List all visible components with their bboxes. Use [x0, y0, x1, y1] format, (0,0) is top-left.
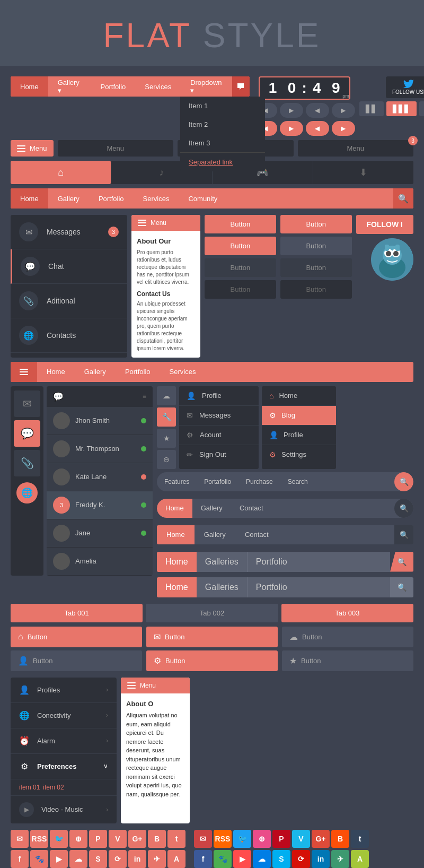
- ib-home-btn[interactable]: ⌂ Button: [11, 627, 142, 647]
- chat-item-2[interactable]: Mr. Thompson: [47, 435, 153, 463]
- nav-services[interactable]: Services: [135, 76, 181, 97]
- soc-linkedin-col[interactable]: in: [312, 850, 330, 868]
- snf-search-btn[interactable]: 🔍: [394, 525, 413, 544]
- icon-nav-download[interactable]: ⬇: [313, 161, 413, 184]
- chat-header-menu[interactable]: ≡: [143, 393, 146, 400]
- chat-item-1[interactable]: Jhon Smith: [47, 407, 153, 435]
- btn-darkest-1[interactable]: Button: [205, 280, 276, 299]
- btn-darker-2[interactable]: Button: [280, 258, 352, 277]
- btn-red-1[interactable]: Button: [205, 215, 276, 233]
- bottom-nav-gallery[interactable]: Gallery: [75, 362, 116, 382]
- icon-clip[interactable]: 📎: [14, 450, 40, 476]
- soc-gplus-col[interactable]: G+: [312, 830, 330, 848]
- soc-twitter-col[interactable]: 🐦: [233, 830, 251, 848]
- settings-profiles[interactable]: 👤 Profiles ›: [11, 678, 117, 703]
- chat-item-6[interactable]: Amelia: [47, 548, 153, 576]
- soc-dropbox-dark[interactable]: ☁: [69, 850, 87, 868]
- dd-separated-link[interactable]: Separated link: [180, 153, 265, 171]
- soc-mail-dark[interactable]: ✉: [11, 830, 29, 848]
- nav2-gallery[interactable]: Gallery: [48, 188, 89, 209]
- ib-cloud-btn[interactable]: ☁ Button: [282, 627, 413, 647]
- nav2-home[interactable]: Home: [11, 188, 48, 209]
- bottom-nav-portfolio[interactable]: Portfolio: [116, 362, 160, 382]
- icon-nav-home[interactable]: ⌂: [11, 161, 111, 184]
- nav2-search[interactable]: 🔍: [393, 188, 413, 209]
- btn-darkest-2[interactable]: Button: [280, 280, 352, 299]
- bottom-nav-home[interactable]: Home: [37, 362, 75, 382]
- btn-red-3[interactable]: Button: [205, 237, 276, 255]
- soc-android-col[interactable]: A: [351, 850, 369, 868]
- soc-blogger-dark[interactable]: B: [148, 830, 166, 848]
- sidebar-additional[interactable]: 📎 Aditional: [11, 284, 127, 318]
- soc-vimeo-dark[interactable]: V: [109, 830, 127, 848]
- soc-delicious-dark[interactable]: ✈: [148, 850, 166, 868]
- nav-gallery[interactable]: Gallery ▾: [48, 76, 91, 97]
- bottom-ham-btn[interactable]: [11, 362, 37, 382]
- features-item[interactable]: Features: [157, 472, 197, 491]
- portafolio-item[interactable]: Portafolio: [197, 472, 238, 491]
- soc-pinterest-col[interactable]: P: [272, 830, 290, 848]
- prof-menu-account[interactable]: ⚙ Acount: [179, 426, 259, 445]
- soc-rss-dark[interactable]: RSS: [30, 830, 48, 848]
- fn1-search[interactable]: 🔍: [390, 552, 413, 572]
- media-play-red[interactable]: ▶: [280, 121, 303, 136]
- soc-twitter-dark[interactable]: 🐦: [50, 830, 68, 848]
- fn2-home[interactable]: Home: [157, 577, 197, 597]
- prof-icon-minus[interactable]: ⊖: [157, 450, 176, 469]
- nav-portfolio[interactable]: Portfolio: [91, 76, 136, 97]
- btn-darker-1[interactable]: Button: [205, 258, 276, 277]
- soc-delicious-col[interactable]: ✈: [331, 850, 349, 868]
- hamburger-btn[interactable]: Menu: [11, 140, 54, 157]
- settings-video-music[interactable]: ▶ Video - Music ›: [11, 795, 117, 823]
- dd-item-2[interactable]: Item 2: [180, 115, 265, 134]
- soc-dribbble-dark[interactable]: ⊕: [69, 830, 87, 848]
- nav2-comunity[interactable]: Comunity: [179, 188, 227, 209]
- soc-fb-col[interactable]: f: [194, 850, 212, 868]
- tab-001[interactable]: Tab 001: [11, 604, 143, 622]
- prof-menu-messages[interactable]: ✉ Messages: [179, 406, 259, 426]
- sn1-search-btn[interactable]: 🔍: [394, 499, 413, 518]
- sub-item-02[interactable]: item 02: [43, 784, 64, 791]
- twitter-follow[interactable]: FOLLOW US!: [386, 76, 424, 98]
- fn1-home[interactable]: Home: [157, 552, 197, 572]
- soc-rss-col[interactable]: RSS: [214, 830, 232, 848]
- nav2-services[interactable]: Services: [134, 188, 179, 209]
- snf-contact[interactable]: Contact: [235, 525, 278, 544]
- soc-android-dark[interactable]: A: [167, 850, 186, 868]
- soc-lastfm-col[interactable]: ⟳: [292, 850, 310, 868]
- sn1-contact[interactable]: Contact: [231, 499, 272, 518]
- soc-linkedin-dark[interactable]: in: [128, 850, 146, 868]
- menu-btn-3[interactable]: Menu 3: [298, 140, 413, 157]
- soc-paw-col[interactable]: 🐾: [214, 850, 232, 868]
- chat-item-5[interactable]: Jane: [47, 519, 153, 548]
- view-list3[interactable]: ≡: [419, 101, 424, 116]
- fn2-portfolio[interactable]: Portfolio: [248, 577, 296, 597]
- dd-item-3[interactable]: Itrem 3: [180, 134, 265, 152]
- media-prev2[interactable]: ◀: [306, 103, 329, 118]
- tab-003[interactable]: Tab 003: [281, 604, 413, 622]
- media-play-red2[interactable]: ▶: [332, 121, 355, 136]
- settings-connectivity[interactable]: 🌐 Conectivity ›: [11, 703, 117, 728]
- purchase-item[interactable]: Purchase: [238, 472, 280, 491]
- settings-alarm[interactable]: ⏰ Alarm ›: [11, 728, 117, 754]
- btn-dark-1[interactable]: Button: [280, 237, 352, 255]
- soc-skype-dark[interactable]: S: [89, 850, 107, 868]
- soc-blogger-col[interactable]: B: [331, 830, 349, 848]
- fn1-galleries[interactable]: Galleries: [197, 552, 248, 572]
- media-play[interactable]: ▶: [280, 103, 303, 118]
- soc-tumblr-col[interactable]: t: [351, 830, 369, 848]
- ib-star-btn[interactable]: ★ Button: [282, 650, 413, 671]
- snf-home[interactable]: Home: [157, 525, 195, 544]
- soc-vimeo-col[interactable]: V: [292, 830, 310, 848]
- soc-tumblr-dark[interactable]: t: [167, 830, 186, 848]
- soc-skype-col[interactable]: S: [272, 850, 290, 868]
- snf-gallery[interactable]: Gallery: [195, 525, 235, 544]
- soc-fb-dark[interactable]: f: [11, 850, 29, 868]
- soc-mail-col[interactable]: ✉: [194, 830, 212, 848]
- rm-blog[interactable]: ⚙ Blog: [262, 406, 336, 426]
- nav-dropdown[interactable]: Dropdown ▾: [181, 76, 232, 97]
- media-play2[interactable]: ▶: [332, 103, 355, 118]
- menu-btn-1[interactable]: Menu: [58, 140, 173, 157]
- nav-home[interactable]: Home: [11, 76, 48, 97]
- ib-person-btn[interactable]: 👤 Button: [11, 650, 142, 671]
